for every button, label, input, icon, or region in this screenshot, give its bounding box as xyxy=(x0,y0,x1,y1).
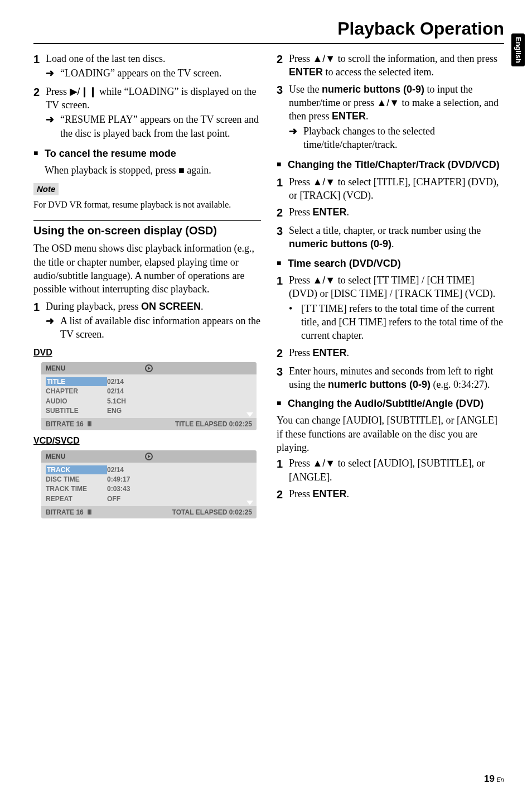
menu-key: DISC TIME xyxy=(46,475,107,484)
numeric-label: numeric buttons (0-9) xyxy=(328,379,431,390)
bullet-text: [TT TIME] refers to the total time of th… xyxy=(301,302,504,343)
arrow-icon: ➜ xyxy=(46,113,60,140)
step-result: A list of available disc information app… xyxy=(60,314,261,342)
page-suffix: En xyxy=(497,776,504,783)
heading-text: To cancel the resume mode xyxy=(45,147,176,160)
bitrate-label: BITRATE 16 xyxy=(46,508,84,516)
step-number: 2 xyxy=(277,346,289,361)
t: . xyxy=(391,238,394,249)
step-number: 1 xyxy=(33,52,46,81)
menu-key: AUDIO xyxy=(46,397,107,406)
step-text-b: . xyxy=(201,301,204,312)
updown-icon: ▲/▼ xyxy=(313,176,336,188)
bullet-icon: • xyxy=(289,302,301,343)
elapsed-label: TITLE ELAPSED 0:02:25 xyxy=(175,420,252,429)
stop-icon: ■ xyxy=(178,165,185,176)
heading-text: Changing the Title/Chapter/Track (DVD/VC… xyxy=(288,158,500,171)
step-number: 1 xyxy=(277,456,289,484)
vcd-menu-box: MENU TRACK02/14 DISC TIME0:49:17 TRACK T… xyxy=(41,450,257,518)
square-bullet-icon: ■ xyxy=(277,158,288,171)
heading-cancel-resume: ■ To cancel the resume mode xyxy=(33,147,261,160)
arrow-icon: ➜ xyxy=(46,314,60,342)
a-step-1: 1 Press ▲/▼ to select [AUDIO], [SUBTITLE… xyxy=(277,456,504,484)
t: . xyxy=(347,488,350,499)
menu-key: TRACK TIME xyxy=(46,484,107,493)
menu-row: CHAPTER02/14 xyxy=(46,387,252,396)
step-number: 2 xyxy=(277,205,289,220)
t: Press xyxy=(289,53,313,64)
step-text-a: During playback, press xyxy=(46,301,141,312)
t-step-3: 3 Enter hours, minutes and seconds from … xyxy=(277,364,504,392)
t: to scroll the information, and then pres… xyxy=(335,53,497,64)
menu-row: TITLE02/14 xyxy=(46,377,252,386)
left-column: 1 Load one of the last ten discs. ➜ “LOA… xyxy=(33,52,261,523)
step-text: Load one of the last ten discs. xyxy=(46,53,165,64)
updown-icon: ▲/▼ xyxy=(376,97,399,108)
menu-row: TRACK02/14 xyxy=(46,465,252,474)
step-number: 1 xyxy=(33,300,46,343)
arrow-icon: ➜ xyxy=(46,66,60,80)
updown-icon: ▲/▼ xyxy=(313,275,336,286)
menu-row: REPEATOFF xyxy=(46,494,252,503)
c-step-1: 1 Press ▲/▼ to select [TITLE], [CHAPTER]… xyxy=(277,175,504,203)
menu-value: 0:03:43 xyxy=(107,484,130,493)
t: . xyxy=(366,110,369,122)
enter-label: ENTER xyxy=(313,347,347,358)
elapsed-label: TOTAL ELAPSED 0:02:25 xyxy=(172,508,252,517)
menu-title: MENU xyxy=(46,364,65,373)
note-text: For DVD VR format, resume playback is no… xyxy=(33,199,261,211)
step-number: 2 xyxy=(277,487,289,502)
down-triangle-icon xyxy=(246,501,253,505)
osd-paragraph: The OSD menu shows disc playback informa… xyxy=(33,242,261,296)
play-indicator-icon xyxy=(145,364,153,372)
menu-title: MENU xyxy=(46,452,65,461)
t: Press xyxy=(289,275,313,286)
menu-value: ENG xyxy=(107,406,122,415)
arrow-icon: ➜ xyxy=(289,124,303,152)
menu-row: AUDIO5.1CH xyxy=(46,397,252,406)
square-bullet-icon: ■ xyxy=(277,257,288,270)
cancel-text-a: When playback is stopped, press xyxy=(45,165,178,176)
square-bullet-icon: ■ xyxy=(277,397,288,410)
step-result: Playback changes to the selected time/ti… xyxy=(303,124,504,152)
audio-paragraph: You can change [AUDIO], [SUBTITLE], or [… xyxy=(277,414,504,454)
t: Press xyxy=(289,488,313,499)
step-3r: 3 Use the numeric buttons (0-9) to input… xyxy=(277,83,504,152)
right-column: 2 Press ▲/▼ to scroll the information, a… xyxy=(277,52,504,523)
heading-text: Time search (DVD/VCD) xyxy=(288,257,401,270)
enter-label: ENTER xyxy=(313,206,347,218)
osd-step-1: 1 During playback, press ON SCREEN. ➜ A … xyxy=(33,300,261,343)
dvd-menu-box: MENU TITLE02/14 CHAPTER02/14 AUDIO5.1CH … xyxy=(41,362,257,430)
step-number: 3 xyxy=(277,364,289,392)
step-number: 3 xyxy=(277,83,289,152)
t: Press xyxy=(289,347,313,358)
menu-key: TITLE xyxy=(46,377,107,386)
step-number: 3 xyxy=(277,224,289,251)
square-bullet-icon: ■ xyxy=(33,147,45,160)
step-2r: 2 Press ▲/▼ to scroll the information, a… xyxy=(277,52,504,79)
c-step-2: 2 Press ENTER. xyxy=(277,205,504,220)
bitrate-bars-icon: III xyxy=(87,508,91,516)
t: to access the selected item. xyxy=(323,66,434,78)
step-2: 2 Press ▶/❙❙ while “LOADING” is displaye… xyxy=(33,85,261,141)
step-1: 1 Load one of the last ten discs. ➜ “LOA… xyxy=(33,52,261,81)
t-step-2: 2 Press ENTER. xyxy=(277,346,504,361)
updown-icon: ▲/▼ xyxy=(313,53,336,64)
a-step-2: 2 Press ENTER. xyxy=(277,487,504,502)
heading-change-audio: ■ Changing the Audio/Subtitle/Angle (DVD… xyxy=(277,397,504,410)
menu-row: SUBTITLEENG xyxy=(46,406,252,415)
step-text-a: Press xyxy=(46,86,70,97)
menu-value: OFF xyxy=(107,494,120,503)
title-rule xyxy=(33,43,504,44)
c-step-3: 3 Select a title, chapter, or track numb… xyxy=(277,224,504,251)
page-footer: 19 En xyxy=(484,773,504,786)
step-number: 2 xyxy=(277,52,289,79)
note-label: Note xyxy=(33,183,59,195)
enter-label: ENTER xyxy=(289,66,323,78)
heading-text: Changing the Audio/Subtitle/Angle (DVD) xyxy=(288,397,483,410)
enter-label: ENTER xyxy=(313,488,347,499)
section-osd-title: Using the on-screen display (OSD) xyxy=(33,220,261,238)
page-number: 19 xyxy=(484,773,495,784)
page-title: Playback Operation xyxy=(33,17,504,41)
menu-value: 5.1CH xyxy=(107,397,126,406)
